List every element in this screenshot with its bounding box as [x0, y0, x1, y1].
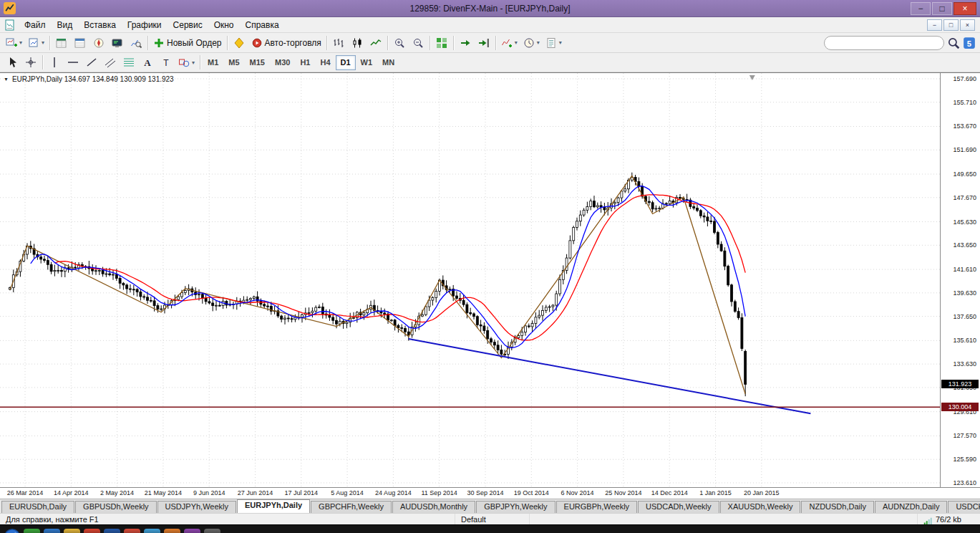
- menu-item[interactable]: Окно: [208, 19, 240, 32]
- chart-bars-button[interactable]: [329, 34, 348, 51]
- taskbar-app-icon[interactable]: [24, 529, 40, 533]
- templates-button[interactable]: ▾: [543, 34, 565, 51]
- time-axis[interactable]: 26 Mar 201414 Apr 20142 May 201421 May 2…: [0, 487, 980, 499]
- periods-button[interactable]: ▾: [520, 34, 543, 51]
- chart-tab[interactable]: GBPUSDh,Weekly: [75, 501, 157, 513]
- data-window-button[interactable]: [71, 34, 89, 51]
- period-m5-button[interactable]: M5: [223, 55, 244, 70]
- menu-item[interactable]: Графики: [122, 19, 168, 32]
- period-m1-button[interactable]: M1: [203, 55, 223, 70]
- trendline-button[interactable]: [82, 54, 101, 71]
- taskbar-app-icon[interactable]: [84, 529, 100, 533]
- taskbar-app-icon[interactable]: [144, 529, 160, 533]
- mql5-community-icon[interactable]: 5: [963, 37, 976, 49]
- time-axis-label: 26 Mar 2014: [7, 489, 44, 496]
- auto-scroll-button[interactable]: [456, 34, 475, 51]
- svg-text:5: 5: [967, 39, 971, 47]
- crosshair-button[interactable]: [21, 54, 40, 71]
- new-order-button[interactable]: Новый Ордер: [150, 34, 224, 51]
- chart-tab[interactable]: USDCHFh,We: [948, 501, 980, 513]
- chart-tab[interactable]: NZDUSDh,Daily: [801, 501, 873, 513]
- tile-windows-button[interactable]: [432, 34, 451, 51]
- fibonacci-button[interactable]: [120, 54, 138, 71]
- price-axis-label: 143.650: [953, 241, 976, 249]
- chart-grid: [0, 73, 940, 487]
- taskbar-app-icon[interactable]: [204, 529, 220, 533]
- zoom-in-button[interactable]: [390, 34, 409, 51]
- zoom-out-button[interactable]: [409, 34, 427, 51]
- start-button[interactable]: [4, 529, 20, 533]
- search-icon[interactable]: [947, 37, 960, 49]
- time-axis-label: 9 Jun 2014: [193, 489, 225, 496]
- period-m15-button[interactable]: M15: [245, 55, 270, 70]
- clock-icon: [523, 37, 535, 49]
- period-d1-button[interactable]: D1: [336, 55, 356, 70]
- chart-tab[interactable]: USDJPYh,Weekly: [157, 501, 236, 513]
- equidistant-channel-button[interactable]: [101, 54, 120, 71]
- new-chart-button[interactable]: ▾: [3, 34, 25, 51]
- shapes-button[interactable]: ▾: [175, 54, 198, 71]
- price-axis-label: 135.610: [953, 337, 976, 344]
- metaeditor-button[interactable]: [230, 34, 248, 51]
- period-h4-button[interactable]: H4: [315, 55, 335, 70]
- one-click-arrow-icon[interactable]: ▼: [4, 77, 9, 82]
- strategy-tester-button[interactable]: [127, 34, 145, 51]
- menu-item[interactable]: Файл: [19, 19, 52, 32]
- time-axis-label: 14 Apr 2014: [54, 489, 89, 496]
- chart-tab[interactable]: XAUUSDh,Weekly: [720, 501, 801, 513]
- chart-tab[interactable]: EURUSDh,Daily: [1, 501, 74, 513]
- maximize-button[interactable]: □: [932, 2, 952, 15]
- toolbar-separator: [387, 36, 388, 50]
- price-axis[interactable]: 157.690155.710153.670151.690149.650147.6…: [940, 73, 980, 487]
- taskbar-app-icon[interactable]: [104, 529, 120, 533]
- line-studies-toolbar: AT▾M1M5M15M30H1H4D1W1MN: [0, 53, 980, 72]
- period-h1-button[interactable]: H1: [295, 55, 315, 70]
- vertical-line-button[interactable]: [45, 54, 64, 71]
- taskbar-app-icon[interactable]: [124, 529, 140, 533]
- taskbar-app-icon[interactable]: [64, 529, 80, 533]
- chart-tab[interactable]: AUDNZDh,Daily: [875, 501, 947, 513]
- menu-item[interactable]: Вставка: [78, 19, 122, 32]
- autotrading-button[interactable]: Авто-торговля: [248, 34, 324, 51]
- label-button[interactable]: T: [157, 54, 175, 71]
- connection-signal-icon: [923, 515, 932, 524]
- search-input[interactable]: [824, 36, 944, 50]
- toolbar-separator: [147, 36, 148, 50]
- terminal-button[interactable]: [108, 34, 127, 51]
- mdi-restore-button[interactable]: □: [943, 19, 959, 31]
- chart-shift-button[interactable]: [475, 34, 493, 51]
- taskbar-app-icon[interactable]: [44, 529, 60, 533]
- profiles-button[interactable]: ▾: [25, 34, 47, 51]
- minimize-button[interactable]: −: [911, 2, 931, 15]
- menu-item[interactable]: Сервис: [168, 19, 208, 32]
- chart-tab[interactable]: GBPCHFh,Weekly: [311, 501, 392, 513]
- navigator-button[interactable]: [89, 34, 108, 51]
- chart-candles-button[interactable]: [348, 34, 367, 51]
- taskbar-app-icon[interactable]: [184, 529, 200, 533]
- chart-line-button[interactable]: [367, 34, 385, 51]
- chart-tab[interactable]: GBPJPYh,Weekly: [476, 501, 555, 513]
- market-watch-button[interactable]: [52, 34, 71, 51]
- chart-tab[interactable]: AUDUSDh,Monthly: [392, 501, 475, 513]
- chart-tab[interactable]: USDCADh,Weekly: [638, 501, 719, 513]
- menu-item[interactable]: Справка: [240, 19, 285, 32]
- close-button[interactable]: ×: [954, 2, 976, 15]
- indicators-button[interactable]: ▾: [498, 34, 520, 51]
- mdi-close-button[interactable]: ×: [960, 19, 975, 31]
- fibo-icon: [123, 57, 135, 68]
- text-button[interactable]: A: [138, 54, 157, 71]
- mdi-minimize-button[interactable]: −: [927, 19, 942, 31]
- taskbar-app-icon[interactable]: [164, 529, 180, 533]
- period-w1-button[interactable]: W1: [356, 55, 378, 70]
- menu-item[interactable]: Вид: [52, 19, 79, 32]
- period-m30-button[interactable]: M30: [270, 55, 295, 70]
- chart-tab[interactable]: EURGBPh,Weekly: [556, 501, 638, 513]
- price-axis-label: 155.710: [953, 99, 976, 106]
- chart-plot[interactable]: ▼ EURJPYh,Daily 134.697 134.849 130.909 …: [0, 73, 940, 487]
- cursor-button[interactable]: [3, 54, 21, 71]
- chart-tab[interactable]: EURJPYh,Daily: [237, 499, 310, 513]
- period-mn-button[interactable]: MN: [377, 55, 399, 70]
- price-axis-label: 141.610: [953, 266, 976, 273]
- order-plus-icon: [153, 37, 165, 49]
- horizontal-line-button[interactable]: [64, 54, 82, 71]
